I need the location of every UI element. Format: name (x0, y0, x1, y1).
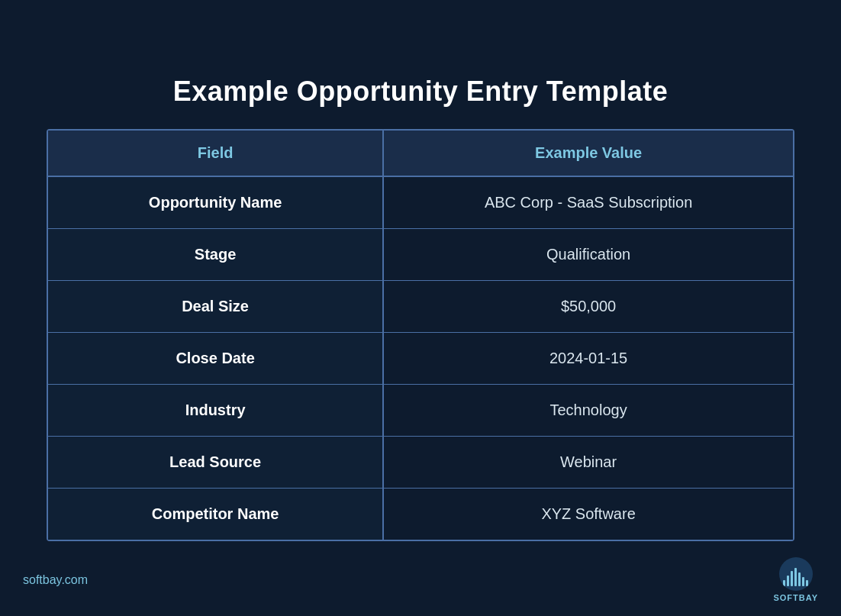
bar-6 (802, 577, 804, 586)
field-cell: Competitor Name (48, 488, 383, 540)
field-cell: Deal Size (48, 280, 383, 332)
field-cell: Close Date (48, 332, 383, 384)
footer-domain: softbay.com (23, 573, 88, 587)
field-cell: Stage (48, 228, 383, 280)
bar-5 (798, 572, 801, 586)
value-column-header: Example Value (383, 131, 793, 176)
bar-4 (794, 568, 797, 586)
logo-bars (783, 566, 808, 586)
value-cell: $50,000 (383, 280, 793, 332)
footer: softbay.com SOFTBAY (0, 557, 841, 602)
bar-1 (783, 580, 785, 586)
table-header-row: Field Example Value (48, 131, 793, 176)
value-cell: Technology (383, 384, 793, 436)
value-cell: Qualification (383, 228, 793, 280)
table-container: Field Example Value Opportunity NameABC … (47, 129, 794, 541)
field-cell: Industry (48, 384, 383, 436)
table-row: IndustryTechnology (48, 384, 793, 436)
value-cell: Webinar (383, 436, 793, 488)
footer-logo: SOFTBAY (773, 557, 818, 602)
table-row: Competitor NameXYZ Software (48, 488, 793, 540)
bar-2 (787, 576, 789, 586)
opportunity-table: Field Example Value Opportunity NameABC … (48, 131, 793, 540)
table-row: Deal Size$50,000 (48, 280, 793, 332)
page-title: Example Opportunity Entry Template (173, 76, 668, 108)
field-cell: Opportunity Name (48, 176, 383, 229)
field-column-header: Field (48, 131, 383, 176)
table-row: Opportunity NameABC Corp - SaaS Subscrip… (48, 176, 793, 229)
value-cell: 2024-01-15 (383, 332, 793, 384)
bar-3 (791, 571, 793, 586)
value-cell: ABC Corp - SaaS Subscription (383, 176, 793, 229)
table-row: Close Date2024-01-15 (48, 332, 793, 384)
value-cell: XYZ Software (383, 488, 793, 540)
table-row: StageQualification (48, 228, 793, 280)
logo-icon (779, 557, 813, 591)
bar-7 (806, 580, 808, 586)
footer-logo-text: SOFTBAY (773, 593, 818, 602)
table-row: Lead SourceWebinar (48, 436, 793, 488)
field-cell: Lead Source (48, 436, 383, 488)
